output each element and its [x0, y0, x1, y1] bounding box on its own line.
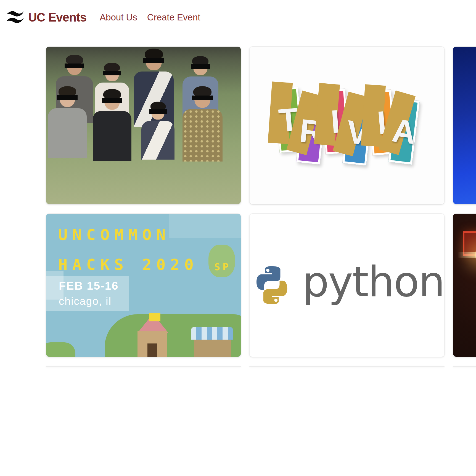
event-image-parasite-family-photo — [46, 47, 241, 204]
python-wordmark: python — [302, 257, 444, 306]
event-card-uncommon-hacks[interactable]: UNCOMMONHACKS 2020 FEB 15-16 chicago, il… — [46, 213, 241, 357]
event-card-body: Twas the Trivia Night Before Re... Thu F… — [250, 204, 444, 204]
event-card-body: Tr Mo 159 t — [453, 357, 476, 357]
event-card-clipped-bottom[interactable] — [249, 366, 445, 367]
person-figure — [141, 103, 174, 160]
pixel-bush — [46, 342, 75, 357]
nav-link-about-us[interactable]: About Us — [100, 12, 137, 23]
event-card-trivia-night[interactable]: T R I V I A Twas the Trivia Night Before… — [249, 46, 445, 204]
banner-sponsor-fragment: SP — [214, 261, 231, 273]
event-card-body: Bl Tu 159 c — [453, 204, 476, 204]
nav-link-create-event[interactable]: Create Event — [147, 12, 200, 23]
trivia-letter-tiles: T R I V I A — [277, 91, 417, 155]
pixel-flag — [149, 313, 160, 321]
banner-date: FEB 15-16 — [59, 279, 118, 292]
event-card-clipped-right[interactable]: Tr Mo 159 t — [453, 213, 476, 357]
person-figure — [183, 88, 223, 162]
event-card-clipped-bottom[interactable] — [453, 366, 476, 367]
event-image-python-logo: python — [250, 214, 444, 357]
main-nav: About Us Create Event — [100, 12, 200, 23]
uncommon-hacks-banner-title: UNCOMMONHACKS 2020 — [58, 220, 198, 279]
top-navigation-bar: UC Events About Us Create Event — [0, 0, 476, 25]
pixel-house-door — [147, 343, 157, 357]
event-card-clipped-bottom[interactable] — [46, 366, 241, 367]
event-image-trivia-letter-tiles: T R I V I A — [250, 47, 444, 204]
events-grid: Parasite Megascreening Tue Feb 18 2020 1… — [46, 46, 476, 367]
event-image-uncommon-hacks-pixel-art: UNCOMMONHACKS 2020 FEB 15-16 chicago, il… — [46, 214, 241, 357]
event-card-parasite[interactable]: Parasite Megascreening Tue Feb 18 2020 1… — [46, 46, 241, 204]
event-card-clipped-right[interactable]: Bl Tu 159 c — [453, 46, 476, 204]
event-card-body: Uncommon Hacks 2020 Wed Feb 26 2020 1599… — [46, 357, 241, 357]
star-flare — [458, 231, 476, 278]
event-image-red-marquee-letter — [453, 214, 476, 357]
python-logo-icon — [250, 256, 294, 314]
person-figure — [93, 91, 131, 161]
double-wave-logo-icon[interactable] — [6, 10, 24, 25]
pixel-stall — [194, 340, 231, 357]
banner-city: chicago, il — [59, 295, 112, 307]
person-figure — [48, 88, 87, 158]
brand-title[interactable]: UC Events — [28, 10, 86, 24]
trivia-letter-tile: A — [388, 98, 420, 165]
event-card-body: Python Workshop Mon Mar 02 2020 1599 int… — [250, 357, 444, 357]
event-image-blue-gradient — [453, 47, 476, 204]
event-card-python-workshop[interactable]: python Python Workshop Mon Mar 02 2020 1… — [249, 213, 445, 357]
event-card-body: Parasite Megascreening Tue Feb 18 2020 1… — [46, 204, 241, 204]
pixel-stall-awning — [191, 327, 233, 340]
